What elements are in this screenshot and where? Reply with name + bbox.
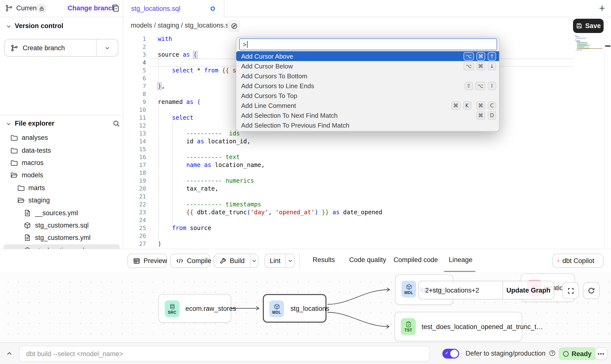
preview-label: Preview bbox=[144, 257, 167, 265]
lint-button[interactable]: Lint bbox=[264, 254, 295, 268]
navigate-button[interactable] bbox=[228, 20, 240, 32]
tab-results[interactable]: Results bbox=[313, 256, 335, 264]
scrollbar-thumb[interactable] bbox=[605, 45, 611, 47]
line-number: 22 bbox=[123, 200, 146, 208]
chevron-up-icon bbox=[6, 350, 13, 357]
create-branch-main[interactable]: Create branch bbox=[4, 39, 96, 56]
file-explorer-header[interactable]: File explorer bbox=[0, 118, 123, 131]
file-label: stg_customers.yml bbox=[35, 234, 90, 242]
branch-locked-badge bbox=[36, 3, 46, 13]
line-number: 24 bbox=[123, 216, 146, 224]
tree-item-stg_customers.sql[interactable]: stg_customers.sql bbox=[3, 219, 120, 232]
version-control-title: Version control bbox=[15, 22, 63, 30]
chevron-down-icon bbox=[105, 45, 110, 50]
tab-compiled-code[interactable]: Compiled code bbox=[394, 256, 438, 264]
collapse-panel-button[interactable] bbox=[6, 350, 13, 357]
file-label: __sources.yml bbox=[35, 209, 78, 216]
line-number: 19 bbox=[123, 177, 146, 185]
tree-item-__sources.yml[interactable]: __sources.yml bbox=[3, 207, 120, 219]
command-palette-input[interactable]: > bbox=[239, 38, 497, 50]
folder-icon bbox=[10, 147, 18, 154]
tree-item-staging[interactable]: staging bbox=[3, 194, 120, 207]
line-number: 25 bbox=[123, 224, 146, 232]
tab-strip: stg_locations.sql + bbox=[123, 0, 611, 17]
minimap-line bbox=[575, 39, 576, 39]
tab-code-quality[interactable]: Code quality bbox=[349, 256, 386, 264]
line-number: 4 bbox=[123, 59, 146, 66]
folder-icon bbox=[17, 184, 24, 192]
key-chip: ⌘ bbox=[476, 111, 485, 119]
key-chip: ↑ bbox=[488, 52, 496, 60]
save-icon bbox=[576, 23, 582, 29]
more-options-button[interactable]: ••• bbox=[595, 347, 608, 360]
line-number: 5 bbox=[123, 66, 146, 74]
command-item[interactable]: Add Selection To Previous Find Match bbox=[236, 120, 500, 130]
minimap-line bbox=[576, 50, 583, 50]
dbt-logo-icon bbox=[557, 257, 559, 265]
code-line bbox=[158, 169, 382, 177]
minimap-line bbox=[575, 51, 575, 51]
tree-item-macros[interactable]: macros bbox=[3, 157, 120, 169]
command-label: Add Selection To Previous Find Match bbox=[241, 121, 349, 129]
command-item[interactable]: Add Cursors To Top bbox=[236, 91, 500, 100]
key-chip: ⌥ bbox=[464, 52, 474, 60]
tree-item-analyses[interactable]: analyses bbox=[3, 132, 120, 144]
update-graph-button[interactable]: Update Graph bbox=[503, 281, 554, 299]
breadcrumb: models / staging / stg_locations.sql bbox=[131, 22, 234, 29]
toolbar-divider bbox=[299, 253, 300, 269]
lineage-filter-input[interactable]: 2+stg_locations+2 bbox=[419, 281, 503, 299]
lineage-node-stg-locations[interactable]: MDL stg_locations bbox=[263, 294, 326, 323]
editor-top: stg_locations.sql + models / staging / s… bbox=[123, 0, 611, 34]
ready-status-badge[interactable]: Ready bbox=[559, 347, 596, 360]
create-branch-button[interactable]: Create branch bbox=[4, 39, 118, 57]
lineage-node-source[interactable]: SRC ecom.raw_stores bbox=[158, 294, 231, 323]
git-branch-icon bbox=[5, 4, 13, 12]
lineage-node-test[interactable]: TST test_does_location_opened_at_trunc_t… bbox=[395, 312, 522, 341]
command-label: Add Cursors To Bottom bbox=[241, 72, 307, 80]
minimap[interactable] bbox=[575, 35, 604, 51]
command-label: Add Cursor Above bbox=[241, 52, 293, 60]
tree-item-data-tests[interactable]: data-tests bbox=[3, 144, 120, 157]
command-query: > bbox=[243, 41, 246, 48]
command-item[interactable]: Add Selection To Next Find Match⌘D bbox=[236, 110, 500, 120]
key-chip: D bbox=[488, 111, 496, 119]
save-button[interactable]: Save bbox=[573, 19, 604, 33]
dbt-copilot-button[interactable]: dbt Copilot bbox=[552, 254, 604, 268]
command-item[interactable]: Add Cursor Below⌥⌘↓ bbox=[236, 61, 500, 71]
cube-icon bbox=[273, 303, 280, 310]
preview-button[interactable]: Preview bbox=[127, 254, 167, 268]
copy-icon[interactable] bbox=[111, 4, 119, 12]
version-control-header[interactable]: Version control bbox=[0, 21, 123, 33]
tree-item-models[interactable]: models bbox=[3, 169, 120, 182]
fullscreen-icon bbox=[567, 287, 574, 294]
file-label: stg_customers.sql bbox=[35, 222, 89, 229]
lineage-panel[interactable]: SRC ecom.raw_stores MDL stg_locations MD… bbox=[0, 272, 611, 342]
command-item[interactable]: Add Cursors to Line Ends⇧⌥I bbox=[236, 81, 500, 91]
key-chip: ⌘ bbox=[476, 62, 485, 70]
current-branch-label: Current bbox=[16, 4, 38, 12]
command-item[interactable]: Add Line Comment⌘K⌘C bbox=[236, 100, 500, 110]
code-icon bbox=[176, 258, 183, 264]
create-branch-dropdown[interactable] bbox=[96, 39, 118, 56]
help-icon[interactable] bbox=[549, 350, 556, 357]
tree-item-stg_customers.yml[interactable]: stg_customers.yml bbox=[3, 232, 120, 244]
tree-item-marts[interactable]: marts bbox=[3, 182, 120, 194]
build-button[interactable]: Build bbox=[214, 254, 258, 268]
tab-stg-locations-sql[interactable]: stg_locations.sql bbox=[123, 0, 224, 17]
compile-button[interactable]: Compile bbox=[170, 254, 210, 268]
line-number-gutter: 1234567891011121314151617181920212223242… bbox=[123, 35, 150, 248]
node-label: test_does_location_opened_at_trunc_t… bbox=[422, 312, 543, 341]
build-dropdown[interactable] bbox=[250, 254, 258, 267]
change-branch-link[interactable]: Change branch bbox=[68, 4, 116, 12]
refresh-button[interactable] bbox=[583, 282, 600, 299]
search-icon[interactable] bbox=[112, 120, 120, 128]
tab-lineage[interactable]: Lineage bbox=[449, 256, 472, 264]
new-tab-button[interactable]: + bbox=[599, 1, 605, 16]
lint-dropdown[interactable] bbox=[286, 254, 294, 267]
command-item[interactable]: Add Cursors To Bottom bbox=[236, 71, 500, 81]
command-item[interactable]: Add Cursor Above⌥⌘↑ bbox=[236, 51, 500, 61]
dbt-command-input[interactable]: dbt build --select <model_name> bbox=[19, 346, 430, 362]
minimap-line bbox=[575, 40, 580, 41]
fullscreen-button[interactable] bbox=[562, 282, 579, 299]
defer-toggle[interactable]: ✓ bbox=[442, 349, 459, 359]
